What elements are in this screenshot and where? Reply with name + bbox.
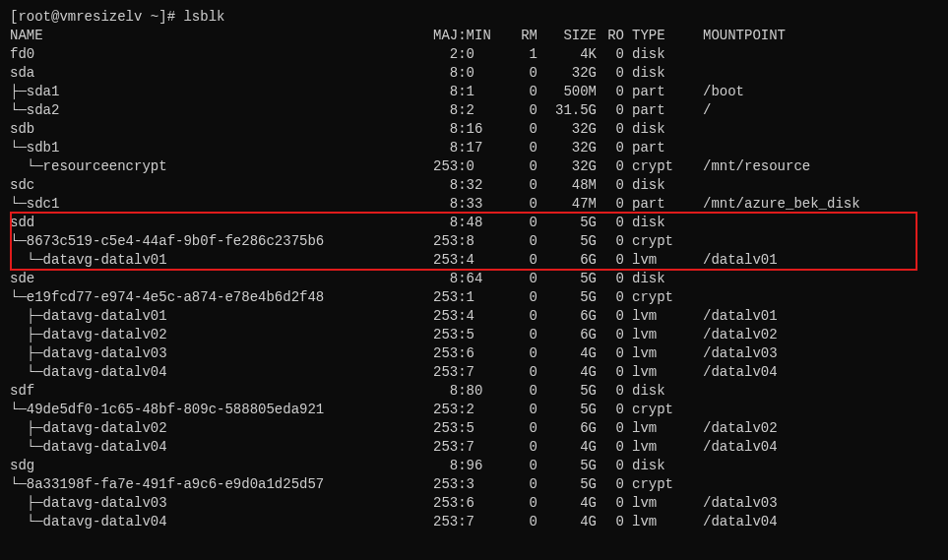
cell-name: sda bbox=[10, 64, 433, 83]
cell-rm: 0 bbox=[504, 307, 537, 326]
lsblk-row: └─e19fcd77-e974-4e5c-a874-e78e4b6d2f4825… bbox=[10, 288, 938, 307]
cell-size: 5G bbox=[537, 401, 597, 419]
cell-name: ├─datavg-datalv01 bbox=[10, 307, 433, 326]
cell-type: lvm bbox=[624, 513, 691, 531]
cell-size: 4G bbox=[537, 363, 597, 382]
cell-ro: 0 bbox=[597, 251, 624, 270]
cell-size: 4K bbox=[537, 45, 597, 64]
cell-size: 4G bbox=[537, 438, 597, 457]
lsblk-row: sde 8:6405G0disk bbox=[10, 270, 938, 288]
cell-ro: 0 bbox=[597, 195, 624, 214]
cell-ro: 0 bbox=[597, 513, 624, 531]
cell-mountpoint: /datalv04 bbox=[691, 513, 778, 531]
cell-type: crypt bbox=[624, 232, 691, 251]
cell-majmin: 8:32 bbox=[433, 176, 504, 195]
cell-size: 5G bbox=[537, 382, 597, 401]
cell-majmin: 8:33 bbox=[433, 195, 504, 214]
cell-type: crypt bbox=[624, 157, 691, 176]
cell-name: └─8a33198f-fa7e-491f-a9c6-e9d0a1d25d57 bbox=[10, 475, 433, 494]
col-type: TYPE bbox=[624, 27, 691, 45]
cell-rm: 0 bbox=[504, 232, 537, 251]
lsblk-rows: fd0 2:014K0disksda 8:0032G0disk├─sda1 8:… bbox=[10, 45, 938, 531]
cell-ro: 0 bbox=[597, 157, 624, 176]
cell-ro: 0 bbox=[597, 288, 624, 307]
cell-mountpoint: /datalv04 bbox=[691, 363, 778, 382]
lsblk-row: └─8a33198f-fa7e-491f-a9c6-e9d0a1d25d5725… bbox=[10, 475, 938, 494]
cell-rm: 0 bbox=[504, 64, 537, 83]
cell-size: 4G bbox=[537, 494, 597, 513]
cell-ro: 0 bbox=[597, 457, 624, 475]
cell-name: fd0 bbox=[10, 45, 433, 64]
cell-type: disk bbox=[624, 64, 691, 83]
cell-type: lvm bbox=[624, 494, 691, 513]
cell-type: part bbox=[624, 195, 691, 214]
cell-ro: 0 bbox=[597, 419, 624, 438]
cell-rm: 0 bbox=[504, 344, 537, 363]
cell-size: 5G bbox=[537, 475, 597, 494]
lsblk-row: └─resourceencrypt253:0032G0crypt/mnt/res… bbox=[10, 157, 938, 176]
cell-size: 5G bbox=[537, 214, 597, 232]
lsblk-row: sdg 8:9605G0disk bbox=[10, 457, 938, 475]
cell-type: lvm bbox=[624, 419, 691, 438]
cell-rm: 0 bbox=[504, 457, 537, 475]
cell-type: lvm bbox=[624, 307, 691, 326]
cell-mountpoint bbox=[691, 382, 703, 401]
cell-rm: 0 bbox=[504, 101, 537, 120]
lsblk-row: fd0 2:014K0disk bbox=[10, 45, 938, 64]
lsblk-row: sdf 8:8005G0disk bbox=[10, 382, 938, 401]
lsblk-row: ├─sda1 8:10500M0part/boot bbox=[10, 83, 938, 101]
cell-majmin: 253:8 bbox=[433, 232, 504, 251]
cell-ro: 0 bbox=[597, 401, 624, 419]
cell-mountpoint bbox=[691, 214, 703, 232]
cell-rm: 0 bbox=[504, 176, 537, 195]
cell-ro: 0 bbox=[597, 307, 624, 326]
cell-majmin: 8:0 bbox=[433, 64, 504, 83]
cell-majmin: 253:0 bbox=[433, 157, 504, 176]
cell-mountpoint bbox=[691, 45, 703, 64]
lsblk-row: ├─datavg-datalv01253:406G0lvm/datalv01 bbox=[10, 307, 938, 326]
cell-majmin: 8:16 bbox=[433, 120, 504, 139]
cell-size: 4G bbox=[537, 344, 597, 363]
cell-majmin: 8:17 bbox=[433, 139, 504, 157]
cell-majmin: 253:7 bbox=[433, 438, 504, 457]
lsblk-row: sdd 8:4805G0disk bbox=[10, 214, 938, 232]
cell-majmin: 8:48 bbox=[433, 214, 504, 232]
cell-name: └─49de5df0-1c65-48bf-809c-588805eda921 bbox=[10, 401, 433, 419]
cell-mountpoint bbox=[691, 288, 703, 307]
cell-mountpoint bbox=[691, 475, 703, 494]
cell-name: ├─datavg-datalv02 bbox=[10, 419, 433, 438]
shell-prompt: [root@vmresizelv ~]# lsblk bbox=[10, 8, 938, 27]
cell-ro: 0 bbox=[597, 139, 624, 157]
cell-ro: 0 bbox=[597, 475, 624, 494]
cell-name: └─datavg-datalv01 bbox=[10, 251, 433, 270]
cell-mountpoint: / bbox=[691, 101, 711, 120]
col-mountpoint: MOUNTPOINT bbox=[691, 27, 786, 45]
cell-majmin: 8:80 bbox=[433, 382, 504, 401]
cell-name: sdg bbox=[10, 457, 433, 475]
cell-name: sdf bbox=[10, 382, 433, 401]
cell-name: └─datavg-datalv04 bbox=[10, 363, 433, 382]
cell-rm: 0 bbox=[504, 494, 537, 513]
cell-type: lvm bbox=[624, 363, 691, 382]
cell-name: ├─datavg-datalv03 bbox=[10, 344, 433, 363]
cell-name: └─datavg-datalv04 bbox=[10, 438, 433, 457]
cell-type: part bbox=[624, 83, 691, 101]
cell-rm: 0 bbox=[504, 195, 537, 214]
cell-ro: 0 bbox=[597, 214, 624, 232]
cell-size: 32G bbox=[537, 120, 597, 139]
lsblk-row: ├─datavg-datalv03253:604G0lvm/datalv03 bbox=[10, 344, 938, 363]
cell-majmin: 253:3 bbox=[433, 475, 504, 494]
cell-majmin: 8:2 bbox=[433, 101, 504, 120]
cell-majmin: 8:64 bbox=[433, 270, 504, 288]
lsblk-header: NAME MAJ:MIN RM SIZE RO TYPE MOUNTPOINT bbox=[10, 27, 938, 45]
lsblk-row: └─datavg-datalv04253:704G0lvm/datalv04 bbox=[10, 438, 938, 457]
cell-majmin: 253:5 bbox=[433, 326, 504, 344]
prompt-text: [root@vmresizelv ~]# lsblk bbox=[10, 8, 224, 27]
cell-majmin: 253:6 bbox=[433, 494, 504, 513]
cell-mountpoint: /datalv04 bbox=[691, 438, 778, 457]
lsblk-row: └─49de5df0-1c65-48bf-809c-588805eda92125… bbox=[10, 401, 938, 419]
cell-majmin: 253:7 bbox=[433, 513, 504, 531]
cell-size: 6G bbox=[537, 307, 597, 326]
cell-type: crypt bbox=[624, 401, 691, 419]
cell-rm: 0 bbox=[504, 288, 537, 307]
